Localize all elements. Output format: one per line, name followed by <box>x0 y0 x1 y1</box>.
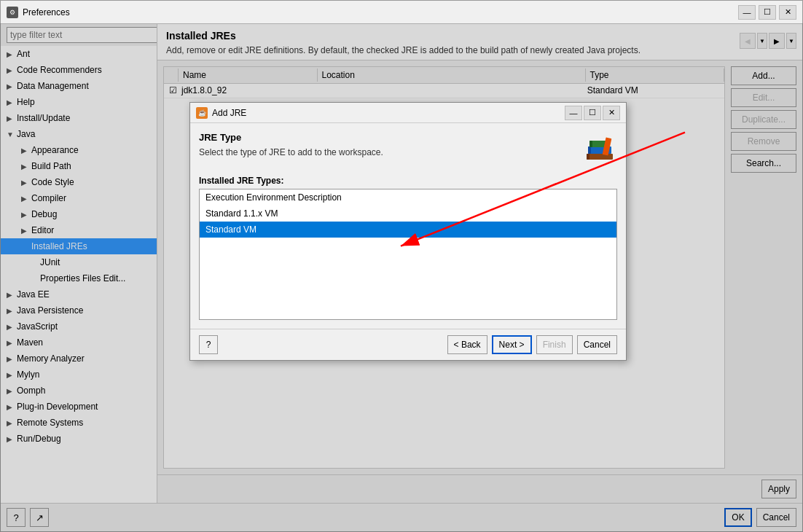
window-title: Preferences <box>23 7 738 17</box>
minimize-button[interactable]: — <box>738 5 756 20</box>
dialog-minimize-button[interactable]: — <box>565 106 582 120</box>
jre-type-item-ee[interactable]: Execution Environment Description <box>200 189 616 206</box>
dialog-controls: — ☐ ✕ <box>565 106 620 120</box>
books-icon <box>582 132 617 167</box>
dialog-desc: Select the type of JRE to add to the wor… <box>199 147 383 157</box>
dialog-header-text: JRE Type Select the type of JRE to add t… <box>199 132 383 166</box>
dialog-footer-buttons: < Back Next > Finish Cancel <box>447 335 617 354</box>
dialog-footer: ? < Back Next > Finish Cancel <box>190 329 626 360</box>
jre-type-item-standard-vm[interactable]: Standard VM <box>200 222 616 238</box>
finish-button[interactable]: Finish <box>536 335 573 354</box>
dialog-restore-button[interactable]: ☐ <box>584 106 601 120</box>
jre-type-item-standard11[interactable]: Standard 1.1.x VM <box>200 206 616 222</box>
dialog-title: Add JRE <box>212 108 565 118</box>
dialog-section-title: JRE Type <box>199 132 383 143</box>
svg-rect-1 <box>587 154 589 160</box>
back-button[interactable]: < Back <box>447 335 487 354</box>
svg-rect-0 <box>587 154 613 160</box>
svg-rect-5 <box>589 141 592 147</box>
dialog-icon: ☕ <box>196 107 208 119</box>
add-jre-dialog: ☕ Add JRE — ☐ ✕ JRE Type Select the type… <box>189 102 627 361</box>
restore-button[interactable]: ☐ <box>759 5 776 20</box>
dialog-cancel-button[interactable]: Cancel <box>577 335 617 354</box>
next-button[interactable]: Next > <box>492 335 532 354</box>
svg-rect-3 <box>588 146 591 154</box>
jre-types-label: Installed JRE Types: <box>199 176 617 186</box>
jre-types-list: Execution Environment Description Standa… <box>199 189 617 320</box>
dialog-body: JRE Type Select the type of JRE to add t… <box>190 123 626 329</box>
preferences-icon: ⚙ <box>7 7 18 18</box>
window-controls: — ☐ ✕ <box>738 5 796 20</box>
dialog-help-button[interactable]: ? <box>199 335 218 354</box>
close-button[interactable]: ✕ <box>779 5 796 20</box>
dialog-title-bar: ☕ Add JRE — ☐ ✕ <box>190 103 626 123</box>
title-bar: ⚙ Preferences — ☐ ✕ <box>1 1 802 24</box>
dialog-close-button[interactable]: ✕ <box>603 106 620 120</box>
dialog-header: JRE Type Select the type of JRE to add t… <box>199 132 617 167</box>
